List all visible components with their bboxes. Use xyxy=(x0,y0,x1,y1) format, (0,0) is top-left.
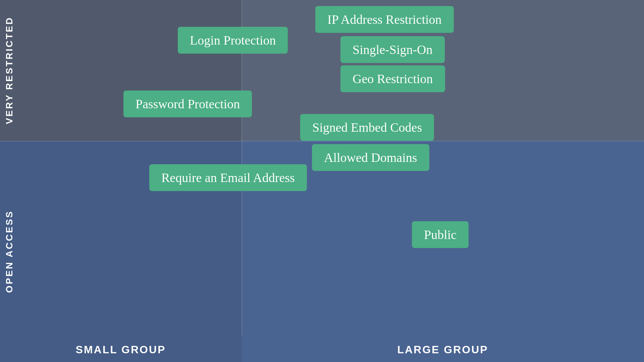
require-email-badge: Require an Email Address xyxy=(149,164,307,191)
horizontal-divider xyxy=(0,141,644,141)
ip-address-restriction-badge: IP Address Restriction xyxy=(315,6,454,33)
very-restricted-label: VERY RESTRICTED xyxy=(0,0,18,141)
login-protection-badge: Login Protection xyxy=(178,27,288,54)
public-badge: Public xyxy=(412,221,469,248)
geo-restriction-badge: Geo Restriction xyxy=(340,65,445,92)
small-group-label: SMALL GROUP xyxy=(0,344,241,356)
signed-embed-codes-badge: Signed Embed Codes xyxy=(300,114,434,141)
large-group-label: LARGE GROUP xyxy=(241,344,644,356)
single-sign-on-badge: Single-Sign-On xyxy=(340,36,445,63)
password-protection-badge: Password Protection xyxy=(123,90,252,117)
top-left-col xyxy=(0,0,241,141)
open-access-label: OPEN ACCESS xyxy=(0,141,18,362)
allowed-domains-badge: Allowed Domains xyxy=(312,144,429,171)
chart-container: VERY RESTRICTED OPEN ACCESS SMALL GROUP … xyxy=(0,0,644,362)
